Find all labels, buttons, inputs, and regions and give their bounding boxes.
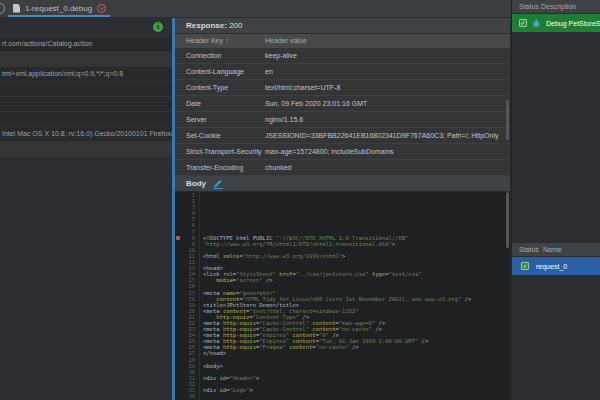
- request-row[interactable]: [0, 142, 172, 157]
- info-icon[interactable]: i: [153, 22, 163, 32]
- line-source: [197, 393, 203, 399]
- line-source: [197, 222, 203, 228]
- request-row[interactable]: [0, 112, 172, 127]
- header-value: chunked: [265, 160, 502, 175]
- line-source: [197, 369, 203, 375]
- response-headers-rows: Connectionkeep-aliveContent-LanguageenCo…: [175, 48, 510, 176]
- request-label: request_0: [536, 263, 567, 270]
- scrollbar-thumb[interactable]: [506, 192, 509, 248]
- response-headers-table-head: Header Key ↑ Header value: [175, 34, 510, 48]
- header-key: Content-Type: [186, 80, 228, 95]
- simulations-table-head: Status Description: [512, 0, 600, 14]
- simulation-row[interactable]: ✓ Debug PetStoreSimu: [512, 14, 600, 32]
- error-marker-icon[interactable]: [176, 236, 180, 240]
- header-row[interactable]: Servernginx/1.15.6: [175, 112, 510, 128]
- header-value: en: [265, 64, 502, 79]
- request-row[interactable]: [0, 82, 172, 97]
- nav-circle-icon[interactable]: [0, 3, 5, 14]
- line-source: <meta content="text/html; charset=window…: [197, 308, 359, 314]
- tab-title: 1-request_0.debug: [25, 4, 92, 13]
- request-row-selected[interactable]: ✓ request_0: [512, 257, 600, 275]
- line-source: [197, 198, 203, 204]
- header-row[interactable]: Transfer-Encodingchunked: [175, 160, 510, 176]
- requests-table-head: Status Name: [512, 243, 600, 257]
- bug-icon: [532, 19, 541, 28]
- line-source: [197, 381, 203, 387]
- close-icon[interactable]: ×: [97, 4, 106, 13]
- tab-request-debug[interactable]: 1-request_0.debug ×: [8, 0, 111, 16]
- header-key: Transfer-Encoding: [186, 160, 243, 175]
- line-source: content="HTML Tidy for Linux/x86 (vers 1…: [197, 296, 471, 302]
- line-source: [197, 192, 203, 198]
- line-source: <body>: [197, 363, 223, 369]
- request-details-panel: i rf.com/actions/Catalog.actiontml+xml,a…: [0, 18, 172, 400]
- body-label: Body: [186, 176, 206, 191]
- header-value: JSESSIONID=33BFBB22641EB16802341D9F767A6…: [265, 128, 502, 143]
- status-code: 200: [229, 21, 242, 30]
- line-source: <div id="Logo">: [197, 387, 253, 393]
- line-source: <title>JPetStore Demo</title>: [197, 302, 299, 308]
- header-key: Strict-Transport-Security: [186, 144, 262, 159]
- column-header-key-label: Header Key: [186, 37, 223, 44]
- edit-icon[interactable]: [213, 179, 223, 189]
- line-source: </head>: [197, 350, 226, 356]
- line-source: [197, 357, 203, 363]
- line-source: media="screen" />: [197, 277, 273, 283]
- request-row[interactable]: [0, 52, 172, 67]
- header-key: Set-Cookie: [186, 128, 221, 143]
- header-value: keep-alive: [265, 48, 502, 63]
- header-row[interactable]: Content-Languageen: [175, 64, 510, 80]
- body-section-header: Body: [175, 176, 510, 192]
- line-source: <meta name="generator": [197, 290, 276, 296]
- header-key: Content-Language: [186, 64, 244, 79]
- header-key: Date: [186, 96, 201, 111]
- line-source: [197, 229, 203, 235]
- header-row[interactable]: Set-CookieJSESSIONID=33BFBB22641EB168023…: [175, 128, 510, 144]
- code-line: 34: [175, 393, 510, 399]
- column-status[interactable]: Status: [519, 243, 539, 257]
- response-status-bar: Response: 200: [175, 18, 510, 34]
- line-source: <!DOCTYPE html PUBLIC "-//W3C//DTD XHTML…: [197, 235, 408, 241]
- sort-up-icon: ↑: [225, 37, 229, 44]
- column-header-key[interactable]: Header Key ↑: [186, 34, 228, 48]
- line-source: [197, 259, 203, 265]
- column-header-value[interactable]: Header value: [265, 34, 307, 48]
- line-source: <head>: [197, 265, 223, 271]
- column-name[interactable]: Name: [543, 243, 562, 257]
- header-key: Server: [186, 112, 207, 127]
- request-row[interactable]: rf.com/actions/Catalog.action: [0, 37, 172, 52]
- line-source: [197, 204, 203, 210]
- scrollbar-thumb[interactable]: [506, 100, 509, 140]
- header-row[interactable]: Content-Typetext/html;charset=UTF-8: [175, 80, 510, 96]
- request-row[interactable]: tml+xml,application/xml;q=0.9,*/*;q=0.8: [0, 67, 172, 82]
- header-row[interactable]: DateSun, 09 Feb 2020 23:01:16 GMT: [175, 96, 510, 112]
- line-source: [197, 247, 203, 253]
- line-source: <meta http-equiv="Expires" content="Tue,…: [197, 338, 428, 344]
- line-source: [197, 216, 203, 222]
- column-status[interactable]: Status: [519, 0, 539, 14]
- file-icon: [13, 4, 20, 13]
- line-source: <meta http-equiv="Cache-Control" content…: [197, 320, 385, 326]
- right-sidebar: Status Description ✓ Debug PetStoreSimu …: [511, 0, 600, 400]
- body-code-editor[interactable]: 12345678<!DOCTYPE html PUBLIC "-//W3C//D…: [175, 192, 510, 400]
- request-row[interactable]: [0, 97, 172, 112]
- column-description[interactable]: Description: [541, 0, 576, 14]
- request-rows: rf.com/actions/Catalog.actiontml+xml,app…: [0, 37, 172, 157]
- header-key: Connection: [186, 48, 221, 63]
- status-check-icon: ✓: [521, 262, 529, 270]
- line-source: [197, 283, 203, 289]
- status-check-icon: ✓: [519, 19, 527, 27]
- line-source: <meta http-equiv="Cache-Control" content…: [197, 326, 382, 332]
- line-source: http-equiv="Content-Type" />: [197, 314, 309, 320]
- app-window: 1-request_0.debug × i rf.com/actions/Cat…: [0, 0, 600, 400]
- response-panel: Response: 200 Header Key ↑ Header value …: [172, 18, 510, 400]
- line-source: <link rel="StyleSheet" href="../css/jpet…: [197, 271, 422, 277]
- line-source: <meta http-equiv="expires" content="0" /…: [197, 332, 339, 338]
- line-source: <div id="Header">: [197, 375, 259, 381]
- request-row[interactable]: Intel Mac OS X 10.8; rv:16.0) Gecko/2010…: [0, 127, 172, 142]
- simulation-label: Debug PetStoreSimu: [546, 20, 600, 27]
- editor-tab-bar: 1-request_0.debug ×: [0, 0, 511, 18]
- header-row[interactable]: Connectionkeep-alive: [175, 48, 510, 64]
- header-row[interactable]: Strict-Transport-Securitymax-age=1572480…: [175, 144, 510, 160]
- line-source: <html xmlns="http://www.w3.org/1999/xhtm…: [197, 253, 345, 259]
